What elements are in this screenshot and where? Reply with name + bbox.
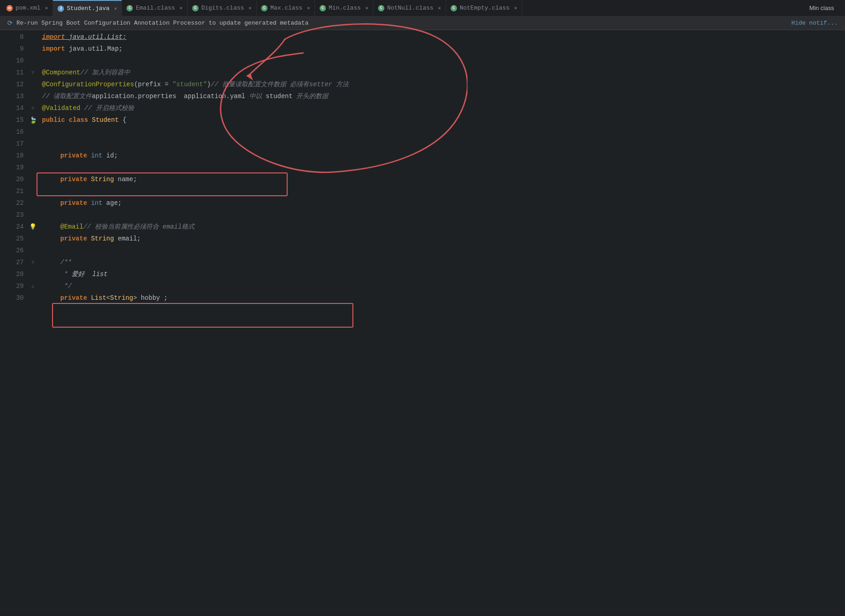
- code-28: * 爱好 list: [60, 268, 108, 280]
- fold-icon-29: △: [31, 283, 34, 289]
- gutter-21: [27, 185, 38, 197]
- notempty-class-icon: C: [451, 5, 457, 11]
- ln-12: 12: [0, 78, 24, 90]
- tab-email[interactable]: C Email.class ✕: [122, 0, 187, 16]
- tab-student[interactable]: J Student.java ✕: [53, 0, 122, 16]
- ln-15: 15: [0, 114, 24, 126]
- ln-11: 11: [0, 67, 24, 78]
- tab-email-label: Email.class: [136, 5, 175, 11]
- gutter-15: 🍃: [27, 114, 38, 126]
- gutter-19: [27, 162, 38, 173]
- code-18: private int id;: [60, 150, 118, 162]
- tab-pom[interactable]: m pom.xml ✕: [2, 0, 53, 16]
- ln-24: 24: [0, 221, 24, 233]
- ln-29: 29: [0, 280, 24, 292]
- gutter: ▽ ▽ 🍃 💡 ▽: [27, 30, 38, 613]
- tab-student-close[interactable]: ✕: [114, 5, 117, 11]
- line-numbers: 8 9 10 11 12 13 14 15 16 17 18 19 20 21 …: [0, 30, 27, 613]
- max-class-icon: C: [261, 5, 268, 11]
- tab-email-close[interactable]: ✕: [179, 5, 183, 11]
- tab-max-label: Max.class: [270, 5, 302, 11]
- tab-digits-label: Digits.class: [201, 5, 244, 11]
- code-27: /**: [60, 256, 72, 268]
- ln-17: 17: [0, 138, 24, 150]
- code-line-17: [42, 138, 845, 150]
- code-11: @Component// 加入到容器中: [42, 67, 130, 78]
- notification-content: ⟳ Re-run Spring Boot Configuration Annot…: [7, 19, 309, 27]
- code-9: import java.util.Map;: [42, 43, 122, 55]
- gutter-12: [27, 78, 38, 90]
- tab-min-close[interactable]: ✕: [365, 5, 368, 11]
- tab-pom-label: pom.xml: [16, 5, 41, 11]
- tab-digits-close[interactable]: ✕: [249, 5, 252, 11]
- tab-min[interactable]: C Min.class ✕: [315, 0, 373, 16]
- ln-10: 10: [0, 55, 24, 67]
- gutter-17: [27, 138, 38, 150]
- digits-class-icon: C: [192, 5, 199, 11]
- code-12: @ConfigurationProperties(prefix = "stude…: [42, 78, 349, 90]
- tab-bar: m pom.xml ✕ J Student.java ✕ C Email.cla…: [0, 0, 845, 16]
- gutter-11: ▽: [27, 67, 38, 78]
- ln-27: 27: [0, 256, 24, 268]
- gutter-13: [27, 90, 38, 102]
- gutter-23: [27, 209, 38, 221]
- tab-notnull-close[interactable]: ✕: [438, 5, 441, 11]
- highlight-box-email: [52, 303, 353, 328]
- code-29: */: [60, 280, 72, 292]
- pom-icon: m: [6, 5, 13, 11]
- code-15: public class Student {: [42, 114, 126, 126]
- ln-28: 28: [0, 268, 24, 280]
- code-13: // 读取配置文件application.properties applicat…: [42, 90, 328, 102]
- gutter-20: [27, 173, 38, 185]
- bulb-icon-24: 💡: [29, 223, 37, 230]
- code-8-import: import java.util.List;: [42, 31, 126, 43]
- tab-max-close[interactable]: ✕: [307, 5, 310, 11]
- tab-notempty-close[interactable]: ✕: [514, 5, 517, 11]
- gutter-28: [27, 268, 38, 280]
- code-line-12: @ConfigurationProperties(prefix = "stude…: [42, 78, 845, 90]
- notification-bar: ⟳ Re-run Spring Boot Configuration Annot…: [0, 16, 845, 30]
- code-line-30: private List<String> hobby ;: [42, 292, 845, 304]
- code-22: private int age;: [60, 197, 121, 209]
- code-line-16: [42, 126, 845, 138]
- tab-notempty[interactable]: C NotEmpty.class ✕: [446, 0, 522, 16]
- gutter-18: [27, 150, 38, 162]
- ln-20: 20: [0, 173, 24, 185]
- hide-notification-button[interactable]: Hide notif...: [792, 20, 838, 26]
- gutter-16: [27, 126, 38, 138]
- fold-icon-27: ▽: [31, 260, 34, 265]
- code-line-24: @Email// 校验当前属性必须符合 email格式: [42, 221, 845, 233]
- code-30: private List<String> hobby ;: [60, 292, 168, 304]
- code-line-21: [42, 185, 845, 197]
- code-area[interactable]: import java.util.List; import java.util.…: [38, 30, 845, 613]
- code-14: @Validated // 开启格式校验: [42, 102, 134, 114]
- ln-22: 22: [0, 197, 24, 209]
- ln-21: 21: [0, 185, 24, 197]
- code-line-9: import java.util.Map;: [42, 43, 845, 55]
- code-line-25: private String email;: [42, 233, 845, 245]
- tab-notnull[interactable]: C NotNull.class ✕: [373, 0, 446, 16]
- min-class-icon: C: [320, 5, 326, 11]
- gutter-24: 💡: [27, 221, 38, 233]
- code-line-29: */: [42, 280, 845, 292]
- code-line-10: [42, 55, 845, 67]
- code-line-28: * 爱好 list: [42, 268, 845, 280]
- code-line-22: private int age;: [42, 197, 845, 209]
- code-line-13: // 读取配置文件application.properties applicat…: [42, 90, 845, 102]
- code-24: @Email// 校验当前属性必须符合 email格式: [60, 221, 194, 233]
- min-class-top-label: Min class: [809, 5, 843, 11]
- code-line-18: private int id;: [42, 150, 845, 162]
- ln-8: 8: [0, 31, 24, 43]
- tab-student-label: Student.java: [67, 5, 110, 12]
- spring-icon-15: 🍃: [29, 116, 37, 124]
- tab-max[interactable]: C Max.class ✕: [257, 0, 315, 16]
- tab-digits[interactable]: C Digits.class ✕: [188, 0, 257, 16]
- student-java-icon: J: [58, 5, 64, 12]
- tab-min-label: Min.class: [329, 5, 361, 11]
- tab-pom-close[interactable]: ✕: [45, 5, 48, 11]
- gutter-9: [27, 43, 38, 55]
- tab-notempty-label: NotEmpty.class: [460, 5, 509, 11]
- ln-14: 14: [0, 102, 24, 114]
- ln-19: 19: [0, 162, 24, 173]
- gutter-30: [27, 292, 38, 304]
